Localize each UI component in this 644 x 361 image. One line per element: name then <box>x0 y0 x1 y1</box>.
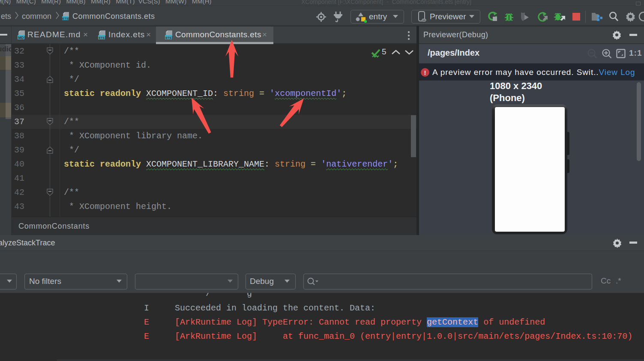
svg-text:ETS: ETS <box>165 36 171 39</box>
svg-text:ETS: ETS <box>62 17 69 21</box>
svg-text:MD: MD <box>18 36 24 40</box>
svg-text:ETS: ETS <box>99 36 105 39</box>
